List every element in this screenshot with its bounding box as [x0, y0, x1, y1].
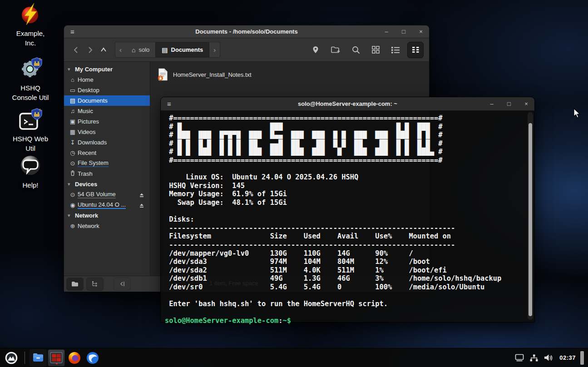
sidebar-item-recent[interactable]: ◷Recent: [64, 148, 150, 158]
breadcrumb-home[interactable]: ⌂ solo: [126, 42, 155, 57]
show-desktop-button[interactable]: [580, 351, 584, 365]
sidebar-item-music[interactable]: ♫Music: [64, 106, 150, 116]
sidebar-item-videos[interactable]: ▦Videos: [64, 127, 150, 137]
shortcuts-pane-button[interactable]: [66, 278, 84, 291]
sidebar-item-desktop[interactable]: ▭Desktop: [64, 85, 150, 95]
desktop-icon-label: HSHQ Web: [13, 134, 48, 144]
maximize-button[interactable]: □: [400, 28, 407, 35]
minimize-button[interactable]: –: [383, 28, 390, 35]
eject-button[interactable]: [139, 203, 144, 208]
breadcrumb-scroll-left-icon[interactable]: ‹: [115, 46, 126, 54]
window-menu-icon[interactable]: ≡: [167, 100, 171, 108]
up-button[interactable]: [97, 42, 110, 58]
film-icon: ▦: [68, 129, 78, 135]
trash-icon: [68, 170, 78, 178]
forward-button[interactable]: [83, 42, 97, 58]
scrollbar-thumb[interactable]: [529, 123, 532, 316]
taskbar-terminal-button[interactable]: [48, 349, 65, 367]
volume-tray-icon[interactable]: [541, 348, 556, 367]
download-icon: ↧: [68, 139, 78, 146]
minimize-button[interactable]: –: [488, 100, 495, 107]
terminal-line: /dev/sdb1 49G 1.3G 46G 3% /home/solo/hsh…: [165, 274, 524, 283]
terminal-lines: #=======================================…: [165, 114, 524, 317]
firefox-icon: [68, 351, 81, 365]
sidebar-item-home[interactable]: ⌂Home: [64, 74, 150, 85]
terminal-line: /dev/sda3 974M 104M 804M 12% /boot: [165, 258, 524, 266]
terminal-line: # ███ ███ █▀█▀█ ███ █▄▄ ███ ███ █ █ ███ …: [165, 131, 524, 139]
terminal-window: ≡ solo@HomeServer-example-com: ~ – □ × #…: [160, 97, 535, 322]
window-menu-icon[interactable]: ≡: [70, 28, 74, 35]
breadcrumb-scroll-right-icon[interactable]: ›: [209, 46, 220, 54]
sidebar-section-network[interactable]: ▾Network: [64, 210, 150, 221]
optical-disc-icon: ◉: [68, 202, 78, 208]
thunderbird-icon: [86, 351, 99, 365]
sidebar-section-my-computer[interactable]: ▾My Computer: [64, 64, 150, 74]
search-button[interactable]: [347, 42, 364, 58]
prompt-user-host: solo@HomeServer-example-com: [165, 317, 278, 325]
terminal-line: Swap Usage: 48.1% of 15Gi: [165, 198, 524, 207]
file-item[interactable]: HomeServer_Install_Notes.txt: [155, 66, 254, 83]
sidebar-item-trash[interactable]: Trash: [64, 169, 150, 179]
taskbar-firefox-button[interactable]: [66, 349, 83, 367]
clock-icon: ◷: [68, 149, 78, 156]
sidebar-item-ubuntu-volume[interactable]: ◉Ubuntu 24.04 O ...: [64, 200, 150, 210]
terminal-line: ----------------------------------------…: [165, 241, 524, 249]
scrollbar-track[interactable]: [528, 112, 533, 320]
new-folder-button[interactable]: [327, 42, 344, 58]
clock[interactable]: 02:37: [559, 354, 576, 361]
file-manager-titlebar[interactable]: ≡ Documents - /home/solo/Documents – □ ×: [64, 25, 429, 38]
applications-menu-button[interactable]: [3, 349, 20, 367]
text-file-lock-icon: [158, 68, 168, 81]
sidebar-item-downloads[interactable]: ↧Downloads: [64, 137, 150, 148]
sidebar-item-network[interactable]: ⊕Network: [64, 221, 150, 231]
desktop-icon-label: HSHQ: [12, 83, 49, 93]
sidebar-item-file-system[interactable]: ⊙File System: [64, 158, 150, 169]
terminal-line: Linux OS: Ubuntu 24.04 O 2025.04.26 HSHQ: [165, 173, 524, 182]
picture-icon: ▣: [68, 118, 78, 125]
sidebar-item-54gb-volume[interactable]: ⊙54 GB Volume: [64, 189, 150, 200]
maximize-button[interactable]: □: [505, 100, 513, 107]
gear-shield-icon: [18, 57, 43, 80]
eject-button[interactable]: [139, 192, 144, 198]
network-tray-icon[interactable]: [527, 348, 541, 367]
compact-view-button[interactable]: [407, 42, 424, 58]
grid-view-button[interactable]: [367, 42, 384, 58]
location-pin-button[interactable]: [307, 42, 324, 58]
desktop-icon-label: Example,: [16, 29, 45, 38]
document-icon: ▤: [68, 97, 78, 104]
terminal-line: Memory Usage: 61.9% of 15Gi: [165, 190, 524, 198]
globe-icon: ⊕: [68, 223, 78, 229]
taskbar-file-manager-button[interactable]: [30, 349, 47, 367]
terminal-line: ----------------------------------------…: [165, 224, 524, 233]
terminal-title: solo@HomeServer-example-com: ~: [161, 100, 534, 107]
close-button[interactable]: ×: [523, 100, 530, 107]
taskbar-thunderbird-button[interactable]: [84, 349, 101, 367]
terminal-titlebar[interactable]: ≡ solo@HomeServer-example-com: ~ – □ ×: [161, 97, 534, 111]
folder-icon: [32, 352, 44, 364]
terminal-prompt[interactable]: solo@HomeServer-example-com:~$: [165, 317, 524, 325]
list-view-button[interactable]: [387, 42, 404, 58]
prompt-tilde: ~: [282, 317, 287, 325]
desktop-icon-hshq-console-util[interactable]: HSHQConsole Util: [4, 57, 57, 102]
terminal-line: # █ █ ███ █ █ █ ███ ███ ███ ███ █ ███ ██…: [165, 148, 524, 156]
back-button[interactable]: [69, 42, 83, 58]
terminal-line: [165, 207, 524, 216]
display-tray-icon[interactable]: [512, 348, 527, 367]
desktop-icon-hshq-web-util[interactable]: HSHQ WebUtil: [4, 108, 57, 153]
desktop-icon-label: Help!: [22, 180, 38, 190]
tree-pane-button[interactable]: [86, 278, 104, 291]
sidebar-section-devices[interactable]: ▾Devices: [64, 179, 150, 189]
sidebar-item-pictures[interactable]: ▣Pictures: [64, 116, 150, 127]
breadcrumb-current[interactable]: ▤ Documents: [155, 42, 209, 57]
red-grid-window-icon: [49, 351, 63, 365]
terminal-line: Enter 'bash hshq.sh' to run the HomeServ…: [165, 300, 524, 308]
collapse-sidebar-button[interactable]: [114, 278, 131, 291]
sidebar-item-documents[interactable]: ▤Documents: [64, 95, 150, 106]
chevron-down-icon: ▾: [68, 66, 75, 72]
terminal-line: #=======================================…: [165, 114, 524, 123]
desktop-icon-example-inc[interactable]: Example,Inc.: [4, 3, 57, 48]
desktop-icon-help[interactable]: Help!: [4, 154, 57, 190]
lightning-bolt-icon: [19, 3, 42, 25]
drive-icon: ⊙: [68, 191, 78, 198]
close-button[interactable]: ×: [417, 28, 425, 35]
